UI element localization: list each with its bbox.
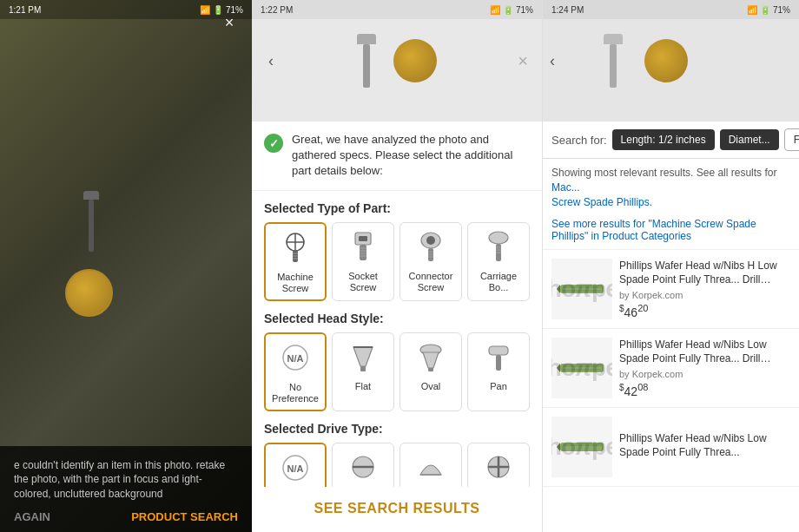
more-results-link[interactable]: See more results for "Machine Screw Spad… (543, 213, 799, 250)
result-price-2: $4208 (619, 382, 790, 398)
coin-photo-right (644, 39, 688, 82)
results-showing-text: Showing most relevant results. See all r… (551, 167, 776, 179)
result-screw-svg-1 (556, 263, 608, 315)
type-machine-screw[interactable]: MachineScrew (264, 222, 327, 301)
result-info-1: Phillips Wafer Head w/Nibs H Low Spade P… (619, 259, 790, 319)
connector-screw-icon (414, 230, 447, 267)
head-oval[interactable]: Oval (400, 332, 462, 411)
result-item-3: Shoπpen Phillips Wafer Head w/Nibs Low S… (543, 408, 799, 487)
search-for-label: Search for: (551, 134, 607, 147)
svg-rect-51 (560, 443, 604, 451)
svg-marker-52 (557, 443, 560, 451)
drive-grid: N/A (264, 443, 530, 487)
pan-head-icon (482, 340, 515, 378)
svg-rect-46 (563, 290, 601, 292)
head-no-preference[interactable]: N/A NoPreference (264, 332, 327, 411)
carriage-bolt-icon (482, 230, 515, 267)
svg-rect-43 (560, 285, 604, 293)
result-seller-1: by Korpek.com (619, 290, 790, 300)
result-screw-svg-3 (556, 421, 608, 473)
oval-head-icon (414, 340, 447, 378)
error-actions: AGAIN PRODUCT SEARCH (14, 510, 238, 523)
status-time-middle: 1:22 PM (261, 5, 293, 15)
result-item-1: Shoπpen Phillips Wafer Head w/Nibs H Low… (543, 250, 799, 329)
results-link-2[interactable]: Screw Spade Phillips. (551, 196, 652, 208)
drive-option-2[interactable] (332, 443, 394, 487)
check-icon: ✓ (269, 137, 279, 150)
result-thumb-2: Shoπpen (551, 338, 612, 398)
nav-close-middle[interactable]: × (511, 49, 535, 73)
check-circle: ✓ (264, 134, 283, 153)
svg-point-20 (489, 232, 508, 244)
result-item-2: Shoπpen Phillips Wafer Head w/Nibs Low S… (543, 329, 799, 408)
section-drive-label: Selected Drive Type: (264, 422, 530, 436)
screw-body-left (89, 200, 94, 252)
drive-na-icon: N/A (279, 451, 312, 487)
screw-head-left (83, 191, 99, 200)
svg-rect-8 (359, 236, 367, 241)
see-search-results-button[interactable]: SEE SEARCH RESULTS (264, 494, 530, 523)
result-thumb-1: Shoπpen (551, 259, 612, 319)
coin-photo-middle (393, 39, 437, 82)
type-connector-screw[interactable]: ConnectorScrew (400, 222, 462, 301)
panel-left: 1:21 PM 📶 🔋 71% × e couldn't identify an… (0, 0, 252, 532)
head-flat[interactable]: Flat (332, 332, 394, 411)
drive-option-4[interactable] (467, 443, 530, 487)
filter-diameter-tag[interactable]: Diamet... (720, 129, 779, 150)
svg-rect-45 (563, 286, 601, 288)
type-socket-screw[interactable]: Socket Screw (332, 222, 394, 301)
pan-head-label: Pan (490, 381, 507, 392)
results-link[interactable]: Mac... (551, 181, 580, 194)
type-carriage-bolt[interactable]: Carriage Bo... (467, 222, 530, 301)
svg-rect-49 (563, 365, 601, 367)
product-search-button[interactable]: PRODUCT SEARCH (131, 510, 238, 523)
status-bar-left: 1:21 PM 📶 🔋 71% (0, 0, 252, 19)
svg-rect-47 (560, 364, 604, 372)
panel-middle: 1:22 PM 📶 🔋 71% ‹ × ✓ Great, we have ana… (252, 0, 543, 532)
selection-area: Selected Type of Part: MachineScrew (252, 191, 542, 487)
coin-visual-left (65, 269, 113, 317)
result-title-2: Phillips Wafer Head w/Nibs Low Spade Poi… (619, 338, 790, 365)
result-title-1: Phillips Wafer Head w/Nibs H Low Spade P… (619, 259, 790, 286)
svg-rect-53 (563, 444, 601, 446)
nav-back-right[interactable]: ‹ (550, 52, 555, 70)
result-thumb-3: Shoπpen (551, 417, 612, 477)
results-info: Showing most relevant results. See all r… (543, 159, 799, 213)
screw-visual-left (78, 191, 104, 260)
left-photo-bg: 1:21 PM 📶 🔋 71% × e couldn't identify an… (0, 0, 252, 532)
svg-rect-50 (563, 369, 601, 371)
flat-head-label: Flat (355, 381, 371, 392)
close-button-left[interactable]: × (217, 10, 241, 35)
result-title-3: Phillips Wafer Head w/Nibs Low Spade Poi… (619, 432, 790, 459)
analysis-text: Great, we have analyzed the photo and ga… (292, 132, 530, 180)
socket-screw-icon (347, 230, 380, 267)
type-grid: MachineScrew Socket Screw (264, 222, 530, 301)
result-info-3: Phillips Wafer Head w/Nibs Low Spade Poi… (619, 432, 790, 462)
error-overlay: e couldn't identify an item in this phot… (0, 446, 252, 532)
drive-option-3[interactable] (400, 443, 462, 487)
no-preference-label: NoPreference (272, 382, 319, 404)
svg-marker-31 (423, 352, 439, 368)
svg-marker-27 (353, 347, 373, 366)
drive-na[interactable]: N/A (264, 443, 327, 487)
machine-screw-label: MachineScrew (277, 272, 314, 294)
head-pan[interactable]: Pan (467, 332, 530, 411)
svg-text:N/A: N/A (287, 353, 304, 364)
svg-rect-16 (428, 248, 433, 261)
nav-back-middle[interactable]: ‹ (259, 49, 283, 73)
connector-screw-label: ConnectorScrew (409, 271, 453, 293)
error-text: e couldn't identify an item in this phot… (14, 458, 238, 502)
middle-photo-area: 1:22 PM 📶 🔋 71% ‹ × (252, 0, 542, 122)
flat-head-icon (347, 340, 380, 378)
retake-button[interactable]: AGAIN (14, 510, 50, 523)
no-preference-icon: N/A (279, 341, 312, 378)
filter-length-tag[interactable]: Length: 1/2 inches (612, 129, 715, 150)
filter-button[interactable]: Filt... (784, 128, 799, 151)
result-price-1: $4620 (619, 303, 790, 319)
svg-rect-34 (496, 355, 501, 371)
analysis-row: ✓ Great, we have analyzed the photo and … (252, 122, 542, 191)
machine-screw-icon (279, 231, 312, 268)
screw-photo-right (604, 34, 623, 88)
svg-rect-33 (489, 346, 508, 355)
status-time-right: 1:24 PM (551, 5, 584, 15)
